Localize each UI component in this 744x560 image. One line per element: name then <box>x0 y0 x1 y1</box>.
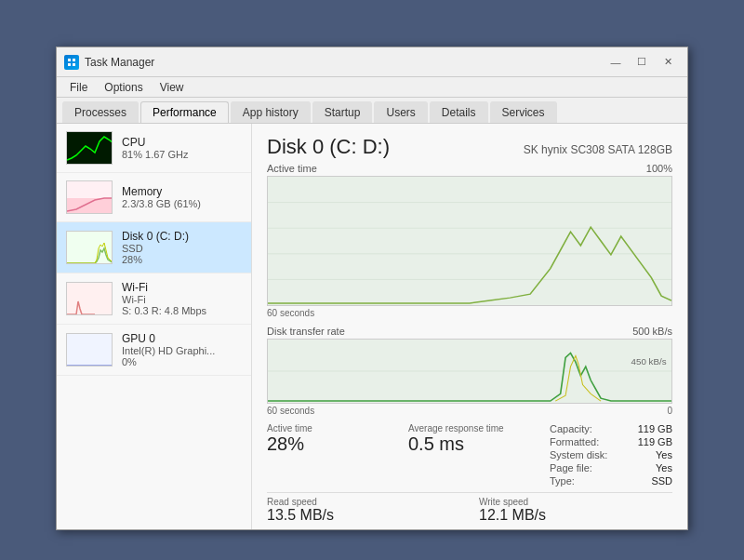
wifi-name: Wi-Fi <box>122 281 242 294</box>
menu-view[interactable]: View <box>153 79 192 96</box>
title-left: Task Manager <box>64 55 154 70</box>
memory-info: Memory 2.3/3.8 GB (61%) <box>122 185 242 209</box>
menu-file[interactable]: File <box>62 79 95 96</box>
system-disk-row: System disk: Yes <box>550 449 672 460</box>
transfer-rate-max: 500 kB/s <box>632 326 672 337</box>
write-speed-label: Write speed <box>479 497 672 507</box>
formatted-row: Formatted: 119 GB <box>550 436 672 447</box>
transfer-rate-label-row: Disk transfer rate 500 kB/s <box>267 326 672 337</box>
disk0-name: Disk 0 (C: D:) <box>122 230 242 243</box>
active-time-section: Active time 100% 60 seconds <box>267 163 672 318</box>
transfer-rate-section: Disk transfer rate 500 kB/s 450 kB/s <box>267 326 672 416</box>
page-file-value: Yes <box>656 462 672 473</box>
disk-info-col: Capacity: 119 GB Formatted: 119 GB Syste… <box>550 423 672 488</box>
active-time-stat: Active time 28% <box>267 423 390 488</box>
gpu0-sub2: 0% <box>122 356 242 367</box>
avg-response-label: Average response time <box>408 423 531 433</box>
transfer-rate-label: Disk transfer rate <box>267 326 345 337</box>
read-write-row: Read speed 13.5 MB/s Write speed 12.1 MB… <box>267 492 672 524</box>
formatted-label: Formatted: <box>550 436 599 447</box>
active-time-chart <box>267 176 672 306</box>
tab-processes[interactable]: Processes <box>62 101 139 123</box>
read-speed-label: Read speed <box>267 497 460 507</box>
active-time-stat-label: Active time <box>267 423 390 433</box>
sidebar-item-disk0[interactable]: Disk 0 (C: D:) SSD 28% <box>57 222 251 273</box>
transfer-seconds: 60 seconds <box>267 406 314 416</box>
disk-header: Disk 0 (C: D:) SK hynix SC308 SATA 128GB <box>267 135 672 159</box>
svg-rect-1 <box>73 59 75 61</box>
disk0-thumb <box>66 231 113 264</box>
active-time-seconds: 60 seconds <box>267 308 672 318</box>
transfer-rate-chart: 450 kB/s <box>267 339 672 404</box>
wifi-sub: Wi-Fi <box>122 294 242 305</box>
menu-options[interactable]: Options <box>97 79 150 96</box>
read-speed-value: 13.5 MB/s <box>267 507 460 524</box>
write-speed-value: 12.1 MB/s <box>479 507 672 524</box>
task-manager-window: Task Manager — ☐ ✕ File Options View Pro… <box>56 47 688 530</box>
formatted-value: 119 GB <box>638 436 672 447</box>
stats-row: Active time 28% Average response time 0.… <box>267 423 672 488</box>
system-disk-value: Yes <box>656 449 672 460</box>
cpu-info: CPU 81% 1.67 GHz <box>122 136 242 160</box>
cpu-thumb <box>66 131 113 165</box>
window-controls: — ☐ ✕ <box>604 53 680 72</box>
capacity-label: Capacity: <box>550 423 592 434</box>
capacity-value: 119 GB <box>638 423 672 434</box>
active-time-stat-value: 28% <box>267 433 390 455</box>
type-label: Type: <box>550 475 575 487</box>
close-button[interactable]: ✕ <box>656 53 680 72</box>
capacity-row: Capacity: 119 GB <box>550 423 672 434</box>
tab-startup[interactable]: Startup <box>312 101 373 123</box>
disk0-info: Disk 0 (C: D:) SSD 28% <box>122 230 242 265</box>
tab-performance[interactable]: Performance <box>140 101 229 123</box>
memory-thumb <box>66 180 113 214</box>
svg-rect-3 <box>73 63 75 66</box>
svg-text:450 kB/s: 450 kB/s <box>631 358 667 367</box>
svg-rect-4 <box>67 198 113 214</box>
type-value: SSD <box>651 475 672 487</box>
sidebar-item-memory[interactable]: Memory 2.3/3.8 GB (61%) <box>57 173 251 222</box>
gpu0-info: GPU 0 Intel(R) HD Graphi... 0% <box>122 332 242 367</box>
sidebar-item-gpu0[interactable]: GPU 0 Intel(R) HD Graphi... 0% <box>57 325 251 376</box>
disk0-sub: SSD <box>122 243 242 254</box>
avg-response-stat: Average response time 0.5 ms <box>408 423 531 488</box>
wifi-thumb <box>66 282 113 315</box>
minimize-button[interactable]: — <box>604 53 628 72</box>
page-file-row: Page file: Yes <box>550 462 672 473</box>
window-title: Task Manager <box>85 56 154 69</box>
svg-rect-2 <box>68 63 71 66</box>
read-speed-block: Read speed 13.5 MB/s <box>267 497 460 524</box>
system-disk-label: System disk: <box>550 449 607 460</box>
tab-details[interactable]: Details <box>430 101 488 123</box>
page-file-label: Page file: <box>550 462 592 473</box>
disk-title: Disk 0 (C: D:) <box>267 135 390 159</box>
svg-rect-0 <box>68 59 71 61</box>
tabs-bar: Processes Performance App history Startu… <box>57 98 687 124</box>
type-row: Type: SSD <box>550 475 672 487</box>
disk0-sub2: 28% <box>122 254 242 265</box>
disk-model: SK hynix SC308 SATA 128GB <box>524 143 672 156</box>
write-speed-block: Write speed 12.1 MB/s <box>479 497 672 524</box>
gpu0-sub: Intel(R) HD Graphi... <box>122 345 242 356</box>
content-area: CPU 81% 1.67 GHz Memory 2.3/3.8 GB (61%) <box>57 124 687 529</box>
active-time-max: 100% <box>646 163 672 174</box>
sidebar-item-cpu[interactable]: CPU 81% 1.67 GHz <box>57 124 251 173</box>
maximize-button[interactable]: ☐ <box>630 53 654 72</box>
app-icon <box>64 55 79 70</box>
active-time-label-row: Active time 100% <box>267 163 672 174</box>
sidebar: CPU 81% 1.67 GHz Memory 2.3/3.8 GB (61%) <box>57 124 252 529</box>
active-time-label: Active time <box>267 163 317 174</box>
memory-sub: 2.3/3.8 GB (61%) <box>122 198 242 209</box>
gpu0-name: GPU 0 <box>122 332 242 345</box>
memory-name: Memory <box>122 185 242 198</box>
avg-response-value: 0.5 ms <box>408 433 531 455</box>
title-bar: Task Manager — ☐ ✕ <box>57 47 687 77</box>
tab-services[interactable]: Services <box>490 101 557 123</box>
tab-users[interactable]: Users <box>374 101 427 123</box>
wifi-sub3: S: 0.3 R: 4.8 Mbps <box>122 305 242 316</box>
cpu-sub: 81% 1.67 GHz <box>122 149 242 160</box>
main-panel: Disk 0 (C: D:) SK hynix SC308 SATA 128GB… <box>252 124 687 529</box>
tab-apphistory[interactable]: App history <box>231 101 311 123</box>
wifi-info: Wi-Fi Wi-Fi S: 0.3 R: 4.8 Mbps <box>122 281 242 316</box>
sidebar-item-wifi[interactable]: Wi-Fi Wi-Fi S: 0.3 R: 4.8 Mbps <box>57 273 251 325</box>
